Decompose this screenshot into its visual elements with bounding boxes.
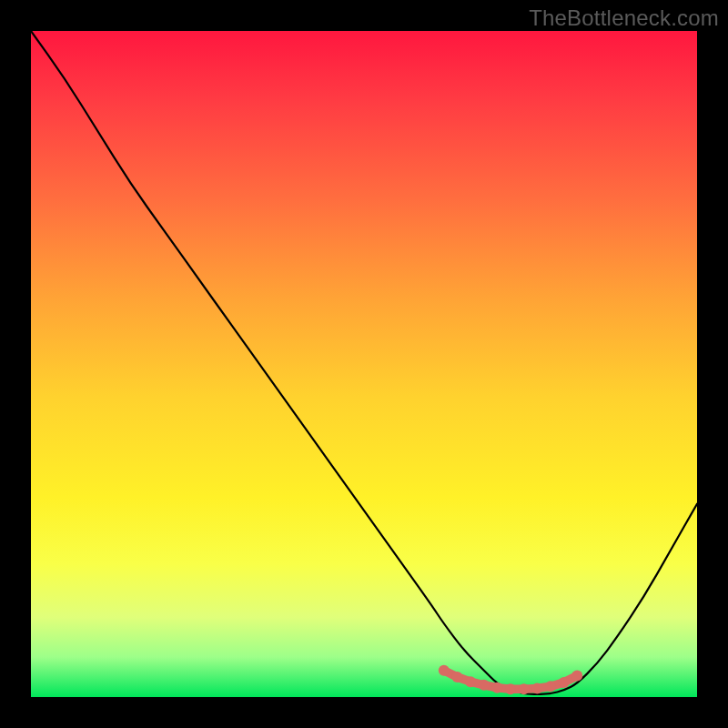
optimal-range-dot xyxy=(452,672,463,682)
optimal-range-dot xyxy=(439,665,450,676)
optimal-range-dot xyxy=(545,681,556,692)
optimal-range-dot xyxy=(519,683,530,694)
chart-frame: TheBottleneck.com xyxy=(0,0,728,728)
plot-area xyxy=(31,31,697,697)
optimal-range-dot xyxy=(531,683,542,694)
optimal-range-dot xyxy=(465,676,476,687)
optimal-range-dot xyxy=(505,683,516,694)
optimal-range-dot xyxy=(571,671,582,682)
optimal-range-dot xyxy=(491,682,502,693)
watermark-text: TheBottleneck.com xyxy=(529,5,719,31)
curve-svg xyxy=(31,31,697,697)
optimal-range-dot xyxy=(479,680,490,691)
bottleneck-curve xyxy=(31,31,697,694)
optimal-range-dot xyxy=(559,677,570,688)
